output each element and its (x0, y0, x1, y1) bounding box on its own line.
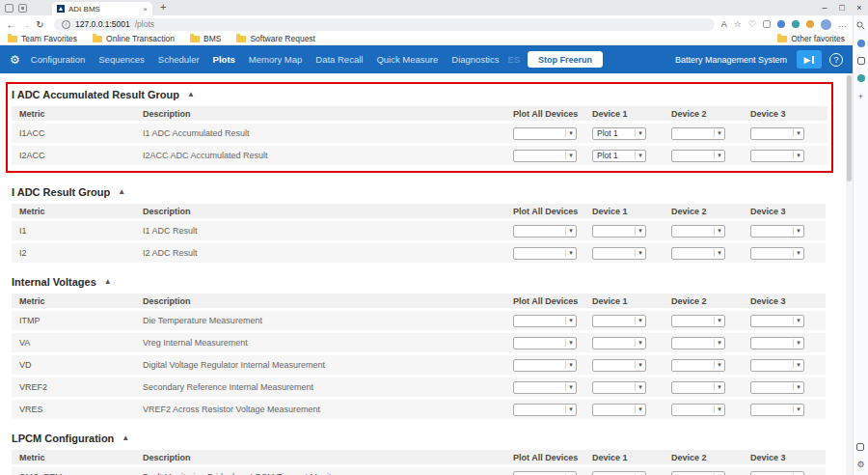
other-favorites[interactable]: Other favorites (777, 34, 845, 43)
device2-select[interactable]: ▾ (671, 381, 725, 394)
device1-select[interactable]: ▾ (592, 225, 646, 238)
maximize-button[interactable]: □ (833, 0, 851, 15)
page-info-icon[interactable]: i (62, 20, 70, 29)
device1-select[interactable]: ▾ (592, 359, 646, 372)
device2-select[interactable]: ▾ (671, 337, 725, 349)
extension-icon[interactable] (763, 20, 771, 28)
collapse-arrow-icon[interactable]: ▲ (122, 433, 129, 442)
bookmark-folder[interactable]: Team Favorites (8, 34, 77, 43)
plot-all-devices-select[interactable]: ▾ (513, 337, 577, 349)
plot-all-devices-select[interactable]: ▾ (513, 381, 577, 394)
device2-select[interactable]: ▾ (671, 315, 725, 327)
browser-tab[interactable]: ADI BMS × (52, 2, 152, 15)
copilot-icon[interactable] (857, 40, 865, 47)
device3-select[interactable]: ▾ (750, 247, 804, 260)
browser-essentials-icon[interactable]: ♡ (748, 19, 756, 29)
device3-select[interactable]: ▾ (750, 337, 804, 349)
page-scrollbar[interactable] (846, 73, 853, 475)
plot-all-devices-select[interactable]: ▾ (513, 404, 577, 416)
collapse-arrow-icon[interactable]: ▲ (118, 187, 125, 196)
address-bar[interactable]: i 127.0.0.1:5001/plots (54, 18, 715, 31)
bookmark-folder[interactable]: BMS (190, 34, 221, 43)
device3-select[interactable]: ▾ (750, 150, 804, 162)
plot-all-devices-select[interactable]: ▾ (513, 247, 577, 260)
group-title: I ADC Accumulated Result Group (12, 89, 179, 100)
plot-all-devices-select[interactable]: ▾ (513, 150, 577, 162)
device1-select[interactable]: Plot 1 ▾ (592, 127, 646, 140)
minimize-button[interactable]: – (816, 0, 833, 15)
device1-select[interactable]: ▾ (592, 247, 646, 260)
settings-gear-icon[interactable]: ⚙ (856, 460, 864, 469)
device3-select[interactable]: ▾ (750, 315, 804, 327)
tools-icon[interactable] (857, 74, 865, 82)
extension-icon[interactable] (806, 20, 814, 28)
collections-icon[interactable] (857, 57, 865, 65)
search-icon[interactable] (856, 21, 865, 30)
plot-all-devices-select[interactable]: ▾ (513, 315, 577, 327)
device2-select[interactable]: ▾ (671, 150, 725, 162)
plus-icon[interactable]: + (858, 92, 863, 101)
refresh-icon[interactable]: ↻ (33, 19, 47, 30)
device3-select[interactable]: ▾ (750, 359, 804, 372)
device3-select[interactable]: ▾ (750, 225, 804, 238)
forward-icon[interactable]: → (18, 19, 33, 30)
device3-select[interactable]: ▾ (750, 471, 804, 475)
tab-close-icon[interactable]: × (143, 5, 148, 14)
read-aloud-icon[interactable]: A (721, 19, 727, 29)
close-button[interactable]: × (851, 0, 868, 15)
help-button[interactable]: ? (829, 53, 843, 67)
app-title: Battery Management System (675, 55, 787, 65)
settings-gear-icon[interactable]: ⚙ (10, 53, 20, 67)
plot-all-devices-select[interactable]: ▾ (513, 359, 577, 372)
nav-item-scheduler[interactable]: Scheduler (151, 54, 206, 65)
nav-item-diagnostics[interactable]: Diagnostics (445, 54, 505, 65)
scrollbar-thumb[interactable] (847, 75, 852, 182)
nav-item-plots[interactable]: Plots (206, 54, 242, 65)
device2-select[interactable]: ▾ (671, 225, 725, 238)
nav-item-configuration[interactable]: Configuration (24, 54, 93, 65)
nav-item-sequences[interactable]: Sequences (92, 54, 151, 65)
plot-all-devices-select[interactable]: ▾ (513, 225, 577, 238)
column-header: Device 3 (748, 207, 826, 216)
device2-select[interactable]: ▾ (671, 127, 725, 140)
device3-select[interactable]: ▾ (750, 404, 804, 416)
table-body: I1ACC I1 ADC Accumulated Result ▾ Plot 1… (12, 124, 827, 165)
device2-select[interactable]: ▾ (671, 359, 725, 372)
new-tab-button[interactable]: + (160, 1, 166, 13)
bookmark-folder[interactable]: Online Transaction (93, 34, 175, 43)
column-header: Device 1 (590, 207, 669, 216)
back-icon[interactable]: ← (4, 19, 18, 30)
device1-select[interactable]: ▾ (592, 337, 646, 349)
device2-select[interactable]: ▾ (671, 471, 725, 475)
add-favorite-star-icon[interactable]: ☆ (734, 19, 742, 29)
nav-item-quick-measure[interactable]: Quick Measure (369, 54, 445, 65)
workspaces-icon[interactable] (18, 4, 27, 13)
stop-freerun-button[interactable]: Stop Freerun (528, 51, 603, 68)
settings-menu-icon[interactable]: … (838, 19, 847, 29)
run-button[interactable]: ▶ (797, 50, 822, 69)
device1-select[interactable]: ▾ (592, 381, 646, 394)
nav-item-memory-map[interactable]: Memory Map (242, 54, 309, 65)
device3-select[interactable]: ▾ (750, 127, 804, 140)
table-row: VRES VREF2 Across Resistor Voltage Measu… (12, 400, 826, 419)
bookmark-folder[interactable]: Software Request (236, 34, 315, 43)
device1-select[interactable]: ▾ (592, 315, 646, 327)
extension-icon[interactable] (777, 20, 785, 28)
chevron-down-icon: ▾ (565, 339, 576, 347)
plot-all-devices-select[interactable]: ▾ (513, 471, 577, 475)
nav-item-data-recall[interactable]: Data Recall (309, 54, 369, 65)
profile-avatar[interactable] (821, 19, 831, 30)
device2-select[interactable]: ▾ (671, 404, 725, 416)
extension-icon[interactable] (792, 20, 800, 28)
table-row: CMC_BTM Fault Monitoring Bridgeless LPCM… (12, 467, 826, 475)
device2-select[interactable]: ▾ (671, 247, 725, 260)
screenshot-icon[interactable] (856, 443, 864, 451)
plot-all-devices-select[interactable]: ▾ (513, 127, 577, 140)
device3-select[interactable]: ▾ (750, 381, 804, 394)
collapse-arrow-icon[interactable]: ▲ (187, 90, 195, 98)
device1-select[interactable]: ▾ (592, 404, 646, 416)
device1-select[interactable]: Plot 1 ▾ (592, 150, 646, 162)
collapse-arrow-icon[interactable]: ▲ (104, 277, 112, 286)
device1-select[interactable]: ▾ (592, 471, 646, 475)
tab-actions-icon[interactable] (5, 4, 14, 13)
